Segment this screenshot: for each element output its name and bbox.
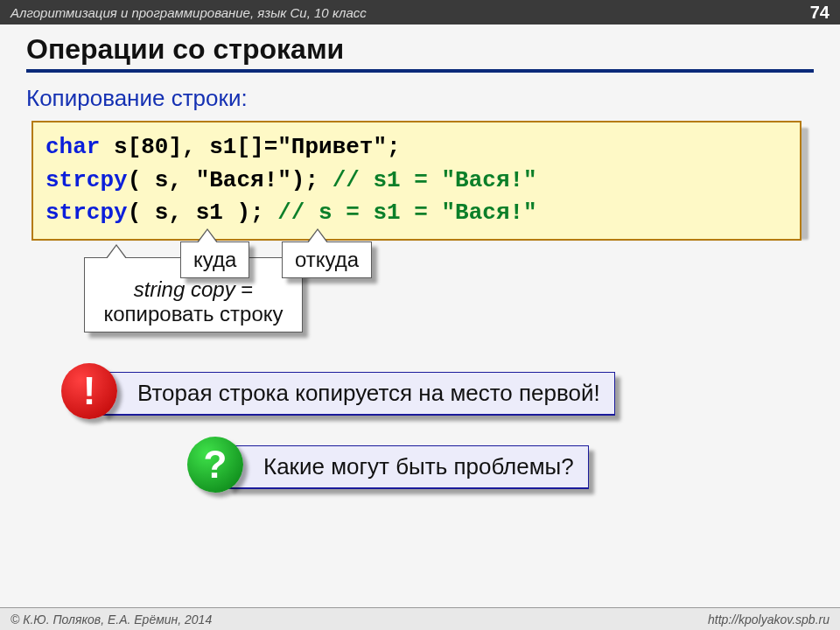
course-title: Алгоритмизация и программирование, язык … [10,5,367,20]
page-number: 74 [810,3,830,23]
callout-text: куда [193,248,236,271]
top-bar: Алгоритмизация и программирование, язык … [0,0,840,24]
code-line-1: char s[80], s1[]="Привет"; [46,131,788,164]
code-line-2: strcpy( s, "Вася!"); // s1 = "Вася!" [46,164,788,198]
bang-icon: ! [61,363,117,419]
note-text: Вторая строка копируется на место первой… [102,372,615,416]
comment: // s1 = "Вася!" [332,167,537,193]
comment: // s = s1 = "Вася!" [277,200,536,226]
keyword-char: char [46,134,100,160]
callout-text-ital: string copy [134,277,235,301]
slide-content: Операции со строками Копирование строки:… [0,24,840,489]
note-important: ! Вторая строка копируется на место перв… [66,372,814,416]
fn-strcpy: strcpy [46,200,128,226]
note-question: ? Какие могут быть проблемы? [192,445,814,489]
note-text: Какие могут быть проблемы? [228,445,589,489]
section-subhead: Копирование строки: [26,85,814,112]
callout-otkuda: откуда [282,242,372,278]
callout-text: откуда [295,248,359,271]
code-text: ( s, s1 ); [128,200,278,226]
copyright: © К.Ю. Поляков, Е.А. Ерёмин, 2014 [10,612,212,626]
code-text: ( s, "Вася!"); [128,167,332,193]
callout-dash: = [235,277,254,301]
code-line-3: strcpy( s, s1 ); // s = s1 = "Вася!" [46,197,788,230]
code-text: s[80], s1[]="Привет"; [100,134,400,160]
code-box: char s[80], s1[]="Привет"; strcpy( s, "В… [32,121,802,241]
slide-title: Операции со строками [26,33,814,73]
footer-bar: © К.Ю. Поляков, Е.А. Ерёмин, 2014 http:/… [0,607,840,630]
code-block: char s[80], s1[]="Привет"; strcpy( s, "В… [32,121,814,241]
callout-kuda: куда [180,242,249,278]
callout-text: копировать строку [103,302,283,326]
fn-strcpy: strcpy [46,167,128,193]
question-icon: ? [187,437,243,493]
footer-url: http://kpolyakov.spb.ru [708,612,830,626]
